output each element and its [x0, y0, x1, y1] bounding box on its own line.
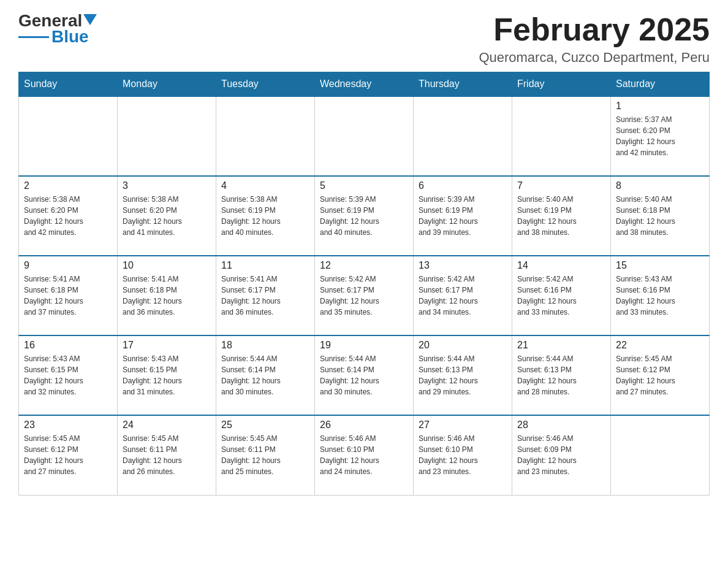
logo: General Blue: [18, 12, 97, 45]
day-info: Sunrise: 5:41 AM Sunset: 6:17 PM Dayligh…: [221, 274, 309, 318]
table-row: 3Sunrise: 5:38 AM Sunset: 6:20 PM Daylig…: [118, 176, 216, 256]
week-row-4: 16Sunrise: 5:43 AM Sunset: 6:15 PM Dayli…: [19, 335, 710, 415]
days-of-week-row: SundayMondayTuesdayWednesdayThursdayFrid…: [19, 72, 710, 97]
table-row: 1Sunrise: 5:37 AM Sunset: 6:20 PM Daylig…: [611, 96, 710, 176]
header-friday: Friday: [512, 72, 611, 97]
table-row: [315, 96, 414, 176]
day-info: Sunrise: 5:46 AM Sunset: 6:10 PM Dayligh…: [320, 433, 408, 477]
day-number: 15: [616, 260, 704, 271]
week-row-1: 1Sunrise: 5:37 AM Sunset: 6:20 PM Daylig…: [19, 96, 710, 176]
table-row: 23Sunrise: 5:45 AM Sunset: 6:12 PM Dayli…: [19, 415, 118, 495]
day-info: Sunrise: 5:43 AM Sunset: 6:15 PM Dayligh…: [24, 353, 112, 397]
table-row: 14Sunrise: 5:42 AM Sunset: 6:16 PM Dayli…: [512, 256, 611, 335]
day-info: Sunrise: 5:41 AM Sunset: 6:18 PM Dayligh…: [24, 274, 112, 318]
table-row: 27Sunrise: 5:46 AM Sunset: 6:10 PM Dayli…: [414, 415, 512, 495]
table-row: [512, 96, 611, 176]
week-row-5: 23Sunrise: 5:45 AM Sunset: 6:12 PM Dayli…: [19, 415, 710, 495]
calendar-title: February 2025: [479, 12, 710, 47]
table-row: [118, 96, 216, 176]
day-info: Sunrise: 5:38 AM Sunset: 6:19 PM Dayligh…: [221, 194, 309, 238]
table-row: 9Sunrise: 5:41 AM Sunset: 6:18 PM Daylig…: [19, 256, 118, 335]
day-info: Sunrise: 5:42 AM Sunset: 6:17 PM Dayligh…: [419, 274, 507, 318]
table-row: 13Sunrise: 5:42 AM Sunset: 6:17 PM Dayli…: [414, 256, 512, 335]
page-header: General Blue February 2025 Queromarca, C…: [18, 12, 710, 66]
svg-marker-0: [83, 14, 97, 25]
day-info: Sunrise: 5:39 AM Sunset: 6:19 PM Dayligh…: [419, 194, 507, 238]
title-area: February 2025 Queromarca, Cuzco Departme…: [479, 12, 710, 66]
table-row: 6Sunrise: 5:39 AM Sunset: 6:19 PM Daylig…: [414, 176, 512, 256]
header-sunday: Sunday: [19, 72, 118, 97]
table-row: 26Sunrise: 5:46 AM Sunset: 6:10 PM Dayli…: [315, 415, 414, 495]
week-row-2: 2Sunrise: 5:38 AM Sunset: 6:20 PM Daylig…: [19, 176, 710, 256]
calendar-table: SundayMondayTuesdayWednesdayThursdayFrid…: [18, 72, 710, 496]
calendar-subtitle: Queromarca, Cuzco Department, Peru: [479, 50, 710, 66]
day-info: Sunrise: 5:45 AM Sunset: 6:11 PM Dayligh…: [221, 433, 309, 477]
day-number: 24: [123, 419, 211, 431]
day-number: 2: [24, 180, 112, 191]
day-number: 6: [419, 180, 507, 191]
day-number: 26: [320, 419, 408, 431]
table-row: 19Sunrise: 5:44 AM Sunset: 6:14 PM Dayli…: [315, 335, 414, 415]
day-info: Sunrise: 5:43 AM Sunset: 6:15 PM Dayligh…: [123, 353, 211, 397]
table-row: 2Sunrise: 5:38 AM Sunset: 6:20 PM Daylig…: [19, 176, 118, 256]
table-row: [19, 96, 118, 176]
table-row: 28Sunrise: 5:46 AM Sunset: 6:09 PM Dayli…: [512, 415, 611, 495]
day-number: 19: [320, 340, 408, 351]
day-info: Sunrise: 5:44 AM Sunset: 6:13 PM Dayligh…: [419, 353, 507, 397]
day-info: Sunrise: 5:45 AM Sunset: 6:12 PM Dayligh…: [24, 433, 112, 477]
day-number: 25: [221, 419, 309, 431]
table-row: 15Sunrise: 5:43 AM Sunset: 6:16 PM Dayli…: [611, 256, 710, 335]
day-number: 9: [24, 260, 112, 271]
day-number: 17: [123, 340, 211, 351]
day-number: 20: [419, 340, 507, 351]
header-thursday: Thursday: [414, 72, 512, 97]
table-row: 16Sunrise: 5:43 AM Sunset: 6:15 PM Dayli…: [19, 335, 118, 415]
table-row: 21Sunrise: 5:44 AM Sunset: 6:13 PM Dayli…: [512, 335, 611, 415]
table-row: 24Sunrise: 5:45 AM Sunset: 6:11 PM Dayli…: [118, 415, 216, 495]
day-number: 27: [419, 419, 507, 431]
table-row: 5Sunrise: 5:39 AM Sunset: 6:19 PM Daylig…: [315, 176, 414, 256]
day-info: Sunrise: 5:42 AM Sunset: 6:16 PM Dayligh…: [517, 274, 605, 318]
week-row-3: 9Sunrise: 5:41 AM Sunset: 6:18 PM Daylig…: [19, 256, 710, 335]
day-number: 4: [221, 180, 309, 191]
table-row: 18Sunrise: 5:44 AM Sunset: 6:14 PM Dayli…: [216, 335, 315, 415]
day-info: Sunrise: 5:46 AM Sunset: 6:10 PM Dayligh…: [419, 433, 507, 477]
day-info: Sunrise: 5:46 AM Sunset: 6:09 PM Dayligh…: [517, 433, 605, 477]
table-row: 10Sunrise: 5:41 AM Sunset: 6:18 PM Dayli…: [118, 256, 216, 335]
header-wednesday: Wednesday: [315, 72, 414, 97]
day-info: Sunrise: 5:43 AM Sunset: 6:16 PM Dayligh…: [616, 274, 704, 318]
day-info: Sunrise: 5:41 AM Sunset: 6:18 PM Dayligh…: [123, 274, 211, 318]
day-number: 5: [320, 180, 408, 191]
header-saturday: Saturday: [611, 72, 710, 97]
day-info: Sunrise: 5:44 AM Sunset: 6:14 PM Dayligh…: [320, 353, 408, 397]
table-row: 25Sunrise: 5:45 AM Sunset: 6:11 PM Dayli…: [216, 415, 315, 495]
day-number: 21: [517, 340, 605, 351]
table-row: 12Sunrise: 5:42 AM Sunset: 6:17 PM Dayli…: [315, 256, 414, 335]
day-number: 16: [24, 340, 112, 351]
day-number: 11: [221, 260, 309, 271]
header-tuesday: Tuesday: [216, 72, 315, 97]
logo-triangle-icon: [83, 14, 97, 25]
table-row: 20Sunrise: 5:44 AM Sunset: 6:13 PM Dayli…: [414, 335, 512, 415]
day-number: 8: [616, 180, 704, 191]
calendar-body: 1Sunrise: 5:37 AM Sunset: 6:20 PM Daylig…: [19, 96, 710, 495]
header-monday: Monday: [118, 72, 216, 97]
day-number: 3: [123, 180, 211, 191]
day-info: Sunrise: 5:42 AM Sunset: 6:17 PM Dayligh…: [320, 274, 408, 318]
day-info: Sunrise: 5:40 AM Sunset: 6:18 PM Dayligh…: [616, 194, 704, 238]
day-info: Sunrise: 5:38 AM Sunset: 6:20 PM Dayligh…: [123, 194, 211, 238]
day-info: Sunrise: 5:39 AM Sunset: 6:19 PM Dayligh…: [320, 194, 408, 238]
day-number: 13: [419, 260, 507, 271]
day-info: Sunrise: 5:40 AM Sunset: 6:19 PM Dayligh…: [517, 194, 605, 238]
day-number: 10: [123, 260, 211, 271]
day-number: 28: [517, 419, 605, 431]
day-number: 18: [221, 340, 309, 351]
table-row: 4Sunrise: 5:38 AM Sunset: 6:19 PM Daylig…: [216, 176, 315, 256]
table-row: 17Sunrise: 5:43 AM Sunset: 6:15 PM Dayli…: [118, 335, 216, 415]
day-number: 12: [320, 260, 408, 271]
table-row: [216, 96, 315, 176]
logo-blue-text: Blue: [51, 28, 89, 45]
day-number: 1: [616, 101, 704, 112]
day-number: 14: [517, 260, 605, 271]
day-info: Sunrise: 5:45 AM Sunset: 6:11 PM Dayligh…: [123, 433, 211, 477]
